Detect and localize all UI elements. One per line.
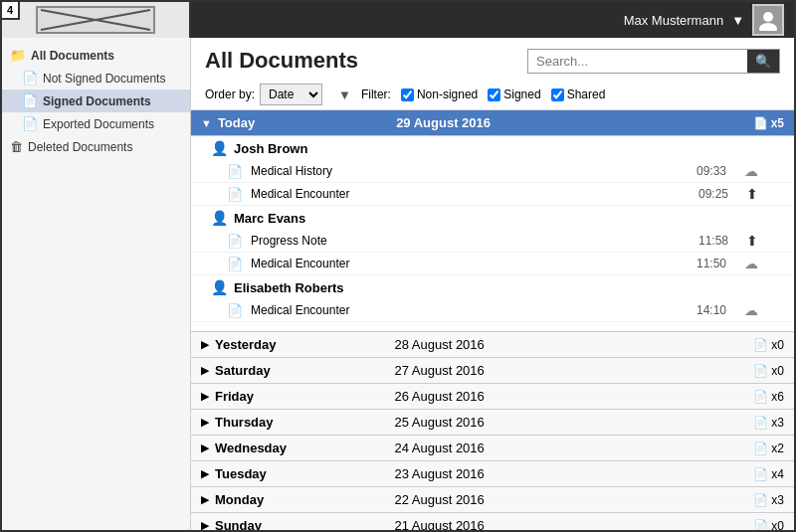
doc-count-icon: 📄 (753, 416, 768, 430)
doc-icon-signed: 📄 (22, 93, 38, 108)
person-name: Marc Evans (234, 211, 305, 226)
content-area: All Documents 🔍 Order by: Date Name Type… (191, 38, 794, 532)
sidebar-item-signed[interactable]: 📄 Signed Documents (2, 89, 190, 112)
group-count: 📄 x0 (753, 364, 784, 378)
content-header: All Documents 🔍 (191, 38, 794, 80)
document-icon: 📄 (227, 164, 243, 179)
toggle-icon: ▼ (201, 117, 212, 129)
cloud-sync-icon: ☁ (744, 302, 758, 318)
group-row[interactable]: ▶ Saturday 27 August 2016 📄 x0 (191, 358, 794, 384)
group-name: Tuesday (215, 466, 394, 481)
doc-icon-exported: 📄 (22, 116, 38, 131)
cloud-sync-icon: ⬆ (746, 233, 758, 249)
filter-shared[interactable]: Shared (551, 88, 606, 101)
group-date: 21 August 2016 (394, 518, 753, 532)
username-label: Max Mustermann (624, 13, 723, 28)
group-name: Wednesday (215, 441, 394, 455)
order-select[interactable]: Date Name Type (260, 84, 322, 105)
toggle-icon: ▶ (201, 390, 209, 403)
group-row[interactable]: ▶ Sunday 21 August 2016 📄 x0 (191, 513, 794, 532)
person-row: 👤 Josh Brown (191, 136, 794, 160)
sidebar-item-exported[interactable]: 📄 Exported Documents (2, 112, 190, 135)
folder-icon: 📁 (10, 48, 26, 63)
doc-count-icon: 📄 (753, 338, 768, 352)
trash-icon: 🗑 (10, 139, 23, 154)
person-name: Josh Brown (234, 141, 307, 156)
group-row[interactable]: ▶ Friday 26 August 2016 📄 x6 (191, 384, 794, 410)
avatar[interactable] (752, 4, 784, 36)
group-row[interactable]: ▶ Tuesday 23 August 2016 📄 x4 (191, 461, 794, 487)
doc-row[interactable]: 📄 Medical Encounter 11:50 ☁ (191, 253, 794, 275)
cloud-sync-icon: ⬆ (746, 186, 758, 202)
doc-row[interactable]: 📄 Progress Note 11:58 ⬆ (191, 230, 794, 253)
group-date: 27 August 2016 (394, 363, 753, 378)
group-date: 25 August 2016 (394, 415, 753, 430)
filter-signed[interactable]: Signed (488, 88, 540, 101)
document-name: Progress Note (251, 234, 691, 248)
group-name: Saturday (215, 363, 394, 378)
search-button[interactable]: 🔍 (747, 50, 779, 73)
svg-point-2 (763, 12, 773, 22)
doc-count-icon: 📄 (753, 364, 768, 378)
group-date: 29 August 2016 (396, 115, 753, 130)
person-name: Elisabeth Roberts (234, 280, 344, 295)
filter-bar: Order by: Date Name Type ▼ Filter: Non-s… (191, 80, 794, 110)
filter-label-text: Filter: (361, 88, 391, 101)
document-icon: 📄 (227, 303, 243, 318)
sidebar-item-all-documents[interactable]: 📁 All Documents (2, 44, 190, 67)
group-date: 22 August 2016 (394, 492, 753, 507)
group-count: 📄 x0 (753, 519, 784, 533)
doc-row[interactable]: 📄 Medical Encounter 14:10 ☁ (191, 299, 794, 322)
filter-signed-checkbox[interactable] (488, 89, 500, 101)
group-count: 📄 x6 (753, 390, 784, 404)
group-count: 📄 x3 (753, 493, 784, 507)
person-icon: 👤 (211, 279, 228, 295)
group-count: 📄 x2 (753, 442, 784, 455)
group-count: 📄 x4 (753, 467, 784, 481)
filter-shared-checkbox[interactable] (551, 89, 564, 101)
search-input[interactable] (528, 50, 747, 73)
filter-non-signed[interactable]: Non-signed (401, 88, 478, 101)
person-row: 👤 Elisabeth Roberts (191, 275, 794, 299)
doc-count-icon: 📄 (753, 116, 768, 130)
sidebar-item-not-signed[interactable]: 📄 Not Signed Documents (2, 67, 190, 89)
toggle-icon: ▶ (201, 519, 209, 532)
group-date: 26 August 2016 (394, 389, 753, 404)
doc-row[interactable]: 📄 Medical History 09:33 ☁ (191, 160, 794, 183)
cloud-sync-icon: ☁ (744, 163, 758, 179)
group-name: Monday (215, 492, 394, 507)
toggle-icon: ▶ (201, 364, 209, 377)
order-label: Order by: (205, 88, 255, 101)
group-date: 23 August 2016 (394, 466, 753, 481)
logo-tab (2, 2, 191, 38)
document-time: 09:33 (696, 164, 736, 178)
toggle-icon: ▶ (201, 467, 209, 480)
doc-count-icon: 📄 (753, 442, 768, 455)
group-row[interactable]: ▶ Thursday 25 August 2016 📄 x3 (191, 410, 794, 436)
group-row[interactable]: ▶ Wednesday 24 August 2016 📄 x2 (191, 436, 794, 461)
doc-count-icon: 📄 (753, 493, 768, 507)
group-row[interactable]: ▶ Yesterday 28 August 2016 📄 x0 (191, 332, 794, 358)
dropdown-arrow[interactable]: ▼ (731, 13, 744, 28)
document-icon: 📄 (227, 234, 243, 249)
group-name: Friday (215, 389, 394, 404)
group-name: Yesterday (215, 337, 394, 352)
document-time: 09:25 (698, 187, 738, 201)
doc-count-icon: 📄 (753, 390, 768, 404)
group-name: Thursday (215, 415, 394, 430)
group-row[interactable]: ▶ Monday 22 August 2016 📄 x3 (191, 487, 794, 513)
sidebar-item-deleted[interactable]: 🗑 Deleted Documents (2, 135, 190, 158)
doc-icon: 📄 (22, 71, 38, 86)
document-name: Medical History (251, 164, 689, 178)
group-row[interactable]: ▼ Today 29 August 2016 📄 x5 (191, 110, 794, 136)
toggle-icon: ▶ (201, 416, 209, 429)
group-count: 📄 x3 (753, 416, 784, 430)
tab-number: 4 (0, 0, 20, 20)
doc-row[interactable]: 📄 Medical Encounter 09:25 ⬆ (191, 183, 794, 206)
doc-count-icon: 📄 (753, 467, 768, 481)
group-date: 28 August 2016 (394, 337, 753, 352)
filter-non-signed-checkbox[interactable] (401, 89, 414, 101)
svg-point-3 (759, 23, 777, 31)
group-count: 📄 x0 (753, 338, 784, 352)
group-name: Today (218, 115, 396, 130)
